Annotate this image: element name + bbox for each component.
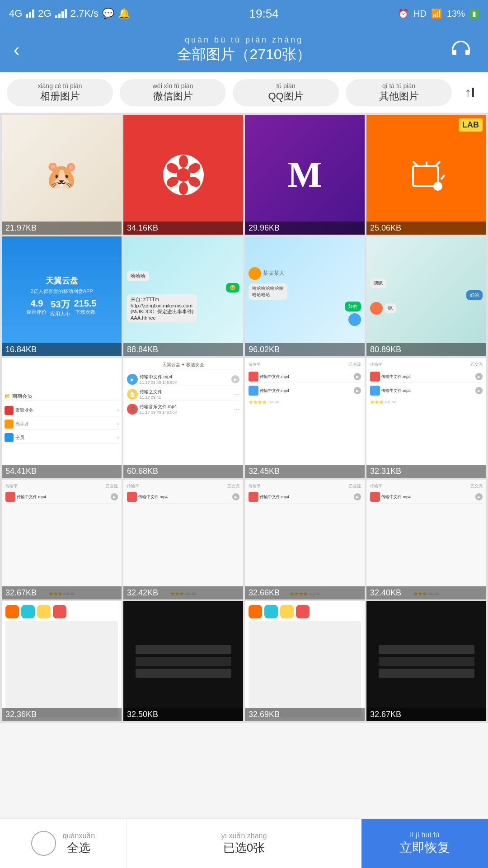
image-size: 60.68KB: [123, 465, 243, 478]
grid-item[interactable]: 32.67KB: [366, 601, 486, 721]
tab-qq-pinyin: tú piān: [276, 82, 295, 90]
count-label: 已选0张: [223, 840, 265, 856]
battery-icon: ▮: [469, 9, 479, 19]
image-size: 29.96KB: [245, 222, 365, 235]
signal-bars-2g: [55, 9, 67, 18]
grid-item[interactable]: 传输平乙交流 传输中文件.mp4 ▶ 传输中文件.mp4 ▶ ⭐⭐⭐ 401.5…: [366, 358, 486, 478]
grid-item[interactable]: M 29.96KB: [245, 115, 365, 235]
tab-album-photos[interactable]: xiāng cè tú piān 相册图片: [7, 79, 113, 106]
hd-label: HD: [413, 9, 427, 19]
headset-icon[interactable]: [447, 36, 474, 63]
select-all-label-group: quánxuǎn 全选: [63, 831, 95, 856]
status-right: ⏰ HD 📶 13% ▮: [398, 8, 479, 19]
image-size: 32.45KB: [245, 465, 365, 478]
image-size: 32.67KB: [366, 708, 486, 721]
grid-item[interactable]: 传输平乙交流 传输中文件.mp4 ▶ ⭐⭐⭐⭐ 378.9K 32.66KB: [245, 480, 365, 599]
grid-item[interactable]: 32.50KB: [123, 601, 243, 721]
image-size: 32.66KB: [245, 586, 365, 599]
svg-point-5: [179, 182, 188, 195]
scroll-indicator: ↑l: [459, 79, 481, 106]
header-main-text: 全部图片（2710张）: [41, 45, 447, 65]
tab-wechat-pinyin: wēi xìn tú piān: [153, 82, 193, 90]
status-time: 19:54: [249, 7, 279, 21]
image-size: 54.41KB: [2, 465, 122, 478]
svg-line-13: [441, 175, 445, 179]
grid-item[interactable]: 📂 期期会员 聚聚业务 › 高手才 › 仝员 › 54.41KB: [2, 358, 122, 478]
selection-count-section: yī xuǎn zhāng 已选0张: [127, 819, 361, 868]
grid-item[interactable]: 传输平乙交流 传输中文件.mp4 ▶ ⭐⭐⭐ 441.5K 32.42KB: [123, 480, 243, 599]
image-size: 32.67KB: [2, 586, 122, 599]
grid-item[interactable]: 嗯嗯 好的 嗯 80.89KB: [366, 236, 486, 356]
select-all-section[interactable]: quánxuǎn 全选: [0, 819, 127, 868]
network-speed: 2.7K/s: [70, 8, 99, 19]
tab-other-photos[interactable]: qí tā tú piān 其他图片: [346, 79, 452, 106]
tab-wechat-photos[interactable]: wēi xìn tú piān 微信图片: [120, 79, 226, 106]
back-button[interactable]: ‹: [14, 40, 41, 60]
grid-item[interactable]: 某某某人 哈哈哈哈哈哈哈哈哈哈哈 好的 96.02KB: [245, 236, 365, 356]
notification-icon: 🔔: [118, 8, 130, 19]
network-2g: 2G: [38, 8, 51, 19]
battery-percent: 13%: [447, 9, 465, 19]
image-size: 32.69KB: [245, 708, 365, 721]
image-size: 32.42KB: [123, 586, 243, 599]
count-pinyin: yī xuǎn zhāng: [221, 831, 267, 840]
image-size: 34.16KB: [123, 222, 243, 235]
alarm-icon: ⏰: [398, 8, 409, 19]
grid-item[interactable]: 🐹 21.97KB: [2, 115, 122, 235]
tab-other-pinyin: qí tā tú piān: [382, 82, 415, 90]
grid-item[interactable]: 哈哈哈 😊 来自: zTTTmhttp://zengfxin.mikerms.c…: [123, 236, 243, 356]
svg-line-11: [436, 161, 440, 166]
tab-album-pinyin: xiāng cè tú piān: [38, 82, 82, 90]
image-size: 80.89KB: [366, 343, 486, 356]
wifi-icon: 📶: [431, 8, 442, 19]
image-size: 32.36KB: [2, 708, 122, 721]
select-all-label: 全选: [67, 840, 90, 856]
select-all-pinyin: quánxuǎn: [63, 831, 95, 840]
svg-point-12: [433, 182, 442, 191]
status-bar: 4G 2G 2.7K/s 💬 🔔 19:54 ⏰ HD 📶 13% ▮: [0, 0, 488, 27]
svg-point-2: [179, 155, 188, 168]
image-size: 25.06KB: [366, 222, 486, 235]
image-size: 88.84KB: [123, 343, 243, 356]
grid-item[interactable]: 天翼云盘 ✦ 极速安全 ▶ 传输中文件.mp411:17 09:40 148.5…: [123, 358, 243, 478]
svg-point-1: [177, 168, 190, 182]
tab-qq-label: QQ图片: [268, 90, 303, 103]
bottom-bar: quánxuǎn 全选 yī xuǎn zhāng 已选0张 lì jí huí…: [0, 818, 488, 868]
restore-label: 立即恢复: [399, 839, 450, 856]
tab-wechat-label: 微信图片: [153, 90, 193, 103]
image-size: 96.02KB: [245, 343, 365, 356]
image-grid-wrapper: 🐹 21.97KB 34.16KB M 29.96KB LAB: [0, 113, 488, 777]
wechat-icon: 💬: [102, 8, 114, 19]
grid-item[interactable]: 34.16KB: [123, 115, 243, 235]
image-size: 16.84KB: [2, 343, 122, 356]
image-grid: 🐹 21.97KB 34.16KB M 29.96KB LAB: [0, 113, 488, 723]
grid-item[interactable]: 天翼云盘 2亿人都喜爱的移动网盘APP 4.9应用评价 53万应用大小 215.…: [2, 236, 122, 356]
grid-item[interactable]: 传输平乙交流 传输中文件.mp4 ▶ ⭐⭐⭐ 401.5K 32.40KB: [366, 480, 486, 599]
restore-button[interactable]: lì jí huí fù 立即恢复: [361, 819, 488, 868]
image-size: 21.97KB: [2, 222, 122, 235]
image-size: 32.31KB: [366, 465, 486, 478]
grid-item[interactable]: 传输平乙交流 传输中文件.mp4 ▶ 传输中文件.mp4 ▶ ⭐⭐⭐⭐ 378.…: [245, 358, 365, 478]
grid-item[interactable]: 传输平乙交流 传输中文件.mp4 ▶ ⭐⭐⭐ 378.9K 32.67KB: [2, 480, 122, 599]
tab-album-label: 相册图片: [40, 90, 80, 103]
tab-bar: xiāng cè tú piān 相册图片 wēi xìn tú piān 微信…: [0, 72, 488, 113]
tab-qq-photos[interactable]: tú piān QQ图片: [233, 79, 339, 106]
header: ‹ quán bù tú piān zhāng 全部图片（2710张）: [0, 27, 488, 72]
grid-item[interactable]: 32.36KB: [2, 601, 122, 721]
header-pinyin: quán bù tú piān zhāng: [41, 35, 447, 45]
status-left: 4G 2G 2.7K/s 💬 🔔: [9, 8, 130, 19]
network-4g: 4G: [9, 8, 22, 19]
svg-rect-8: [413, 166, 438, 186]
select-all-checkbox[interactable]: [31, 831, 56, 856]
image-size: 32.50KB: [123, 708, 243, 721]
header-title-group: quán bù tú piān zhāng 全部图片（2710张）: [41, 35, 447, 65]
restore-pinyin: lì jí huí fù: [410, 831, 440, 839]
grid-item[interactable]: LAB 25.06KB: [366, 115, 486, 235]
signal-bars-4g: [26, 9, 34, 18]
tab-other-label: 其他图片: [379, 90, 419, 103]
image-size: 32.40KB: [366, 586, 486, 599]
grid-item[interactable]: 32.69KB: [245, 601, 365, 721]
